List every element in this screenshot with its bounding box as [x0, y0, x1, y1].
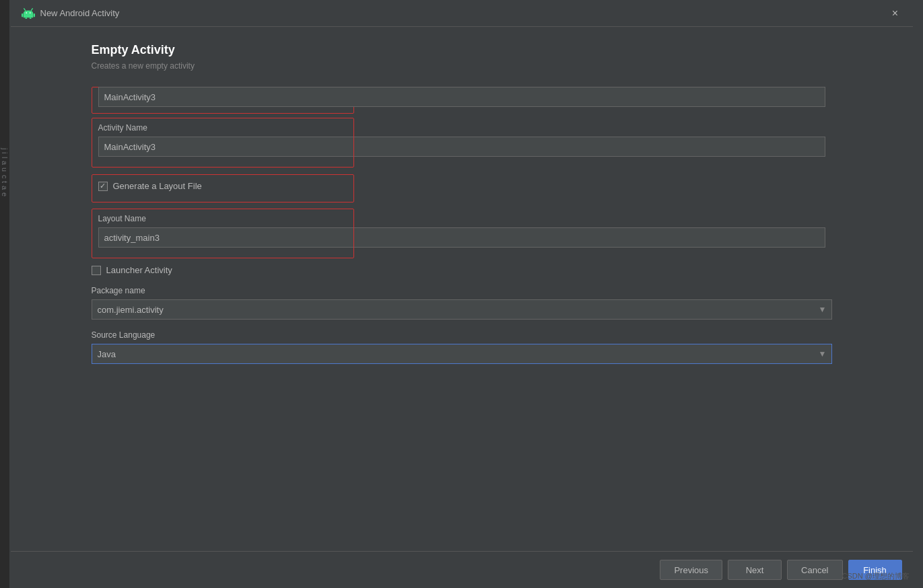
svg-rect-5 — [33, 13, 34, 17]
watermark: CSDN @理想的博客 — [842, 571, 910, 581]
activity-name-inner: Activity Name — [92, 118, 832, 163]
sidebar-char: a — [1, 161, 9, 165]
dialog-content: Empty Activity Creates a new empty activ… — [11, 27, 913, 551]
activity-name-input2[interactable] — [98, 137, 825, 157]
svg-point-2 — [26, 12, 27, 13]
package-name-group: Package name com.jiemi.activity ▼ — [92, 286, 832, 320]
sidebar-char: i — [1, 152, 9, 153]
package-name-label: Package name — [92, 286, 832, 295]
svg-line-1 — [31, 8, 32, 10]
sidebar-char: e — [1, 192, 9, 196]
activity-name-input[interactable] — [98, 87, 825, 107]
launcher-activity-checkbox[interactable] — [92, 266, 101, 275]
svg-line-0 — [24, 8, 25, 10]
svg-point-3 — [29, 12, 30, 13]
generate-layout-label: Generate a Layout File — [113, 181, 202, 191]
generate-layout-checkbox[interactable] — [98, 182, 108, 191]
window-title: New Android Activity — [40, 8, 120, 18]
cancel-button[interactable]: Cancel — [787, 560, 842, 580]
layout-name-label: Layout Name — [98, 214, 825, 223]
activity-name-label2: Activity Name — [98, 123, 825, 133]
activity-name-spacer — [98, 72, 832, 87]
activity-name-group: Activity Name — [92, 118, 832, 163]
sidebar-char: t — [1, 181, 9, 183]
dialog-wrapper: j i l a u c t a e — [0, 0, 923, 588]
dialog-footer: Previous Next Cancel Finish — [11, 551, 913, 588]
generate-layout-inner: Generate a Layout File — [92, 174, 832, 198]
section-title: Empty Activity — [92, 43, 832, 57]
sidebar-char: u — [1, 168, 9, 172]
sidebar-char: a — [1, 186, 9, 190]
source-language-select[interactable]: JavaKotlin — [92, 344, 832, 364]
svg-rect-4 — [22, 13, 23, 17]
activity-name-section: Activity Name — [92, 87, 832, 107]
sidebar-char: j — [1, 148, 9, 149]
source-language-label: Source Language — [92, 330, 832, 340]
launcher-activity-group: Launcher Activity — [92, 265, 832, 275]
svg-rect-7 — [29, 17, 31, 19]
sidebar-char: c — [1, 175, 9, 179]
sidebar-char: l — [1, 157, 9, 158]
launcher-activity-label: Launcher Activity — [106, 265, 172, 275]
main-dialog: New Android Activity × Empty Activity Cr… — [11, 0, 913, 588]
svg-rect-6 — [25, 17, 27, 19]
source-language-group: Source Language JavaKotlin ▼ — [92, 330, 832, 364]
left-sidebar: j i l a u c t a e — [0, 0, 9, 588]
title-bar: New Android Activity × — [11, 0, 913, 27]
generate-layout-group: Generate a Layout File — [92, 174, 832, 198]
android-logo-icon — [22, 7, 35, 20]
source-language-select-wrapper: JavaKotlin ▼ — [92, 344, 832, 364]
layout-name-input[interactable] — [98, 227, 825, 248]
close-button[interactable]: × — [889, 7, 902, 20]
next-button[interactable]: Next — [728, 560, 782, 580]
android-svg-icon — [22, 8, 35, 19]
section-subtitle: Creates a new empty activity — [92, 61, 832, 71]
package-name-select[interactable]: com.jiemi.activity — [92, 299, 832, 320]
previous-button[interactable]: Previous — [660, 560, 722, 580]
activity-name-input-area — [92, 72, 832, 107]
layout-name-inner: Layout Name — [92, 209, 832, 254]
package-name-select-wrapper: com.jiemi.activity ▼ — [92, 299, 832, 320]
layout-name-group: Layout Name — [92, 209, 832, 254]
